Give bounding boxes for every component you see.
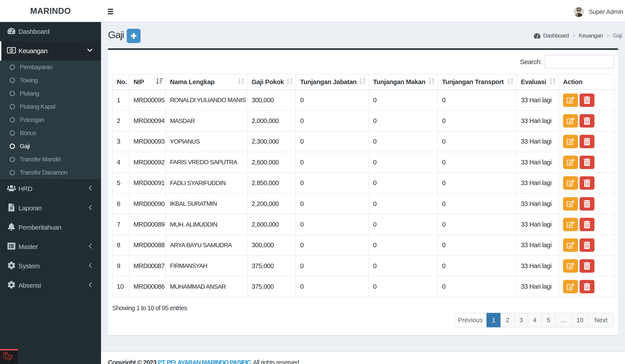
svg-text:1: 1 [11,49,12,52]
